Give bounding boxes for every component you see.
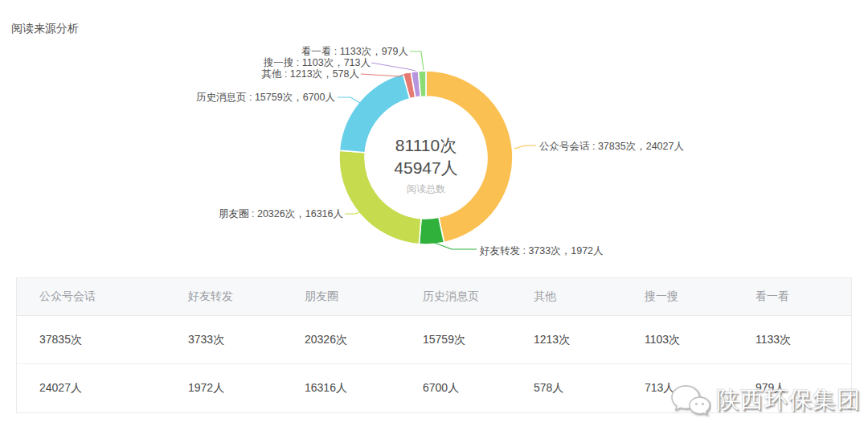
total-reads: 81110次 [346, 134, 506, 157]
pie-label-official-account-chat: 公众号会话 : 37835次，24027人 [539, 140, 684, 153]
table-row-reads: 37835次 3733次 20326次 15759次 1213次 1103次 1… [17, 316, 851, 364]
watermark: 陕西环保集团 [669, 379, 861, 421]
table-cell-readers-official-account-chat: 24027人 [17, 381, 166, 396]
watermark-text: 陕西环保集团 [716, 384, 861, 416]
pie-leader-history-page [338, 97, 360, 103]
wechat-bubbles-icon [669, 379, 711, 421]
table-header-search: 搜一搜 [622, 289, 733, 304]
table-header-history-page: 历史消息页 [400, 289, 511, 304]
table-cell-readers-moments: 16316人 [282, 381, 400, 396]
pie-leader-search [371, 63, 416, 71]
table-cell-readers-history-page: 6700人 [400, 381, 511, 396]
table-header-friend-forward: 好友转发 [166, 289, 282, 304]
table-header-other: 其他 [511, 289, 622, 304]
pie-label-friend-forward: 好友转发 : 3733次，1972人 [480, 244, 604, 257]
pie-label-history-page: 历史消息页 : 15759次，6700人 [196, 91, 335, 104]
table-cell-reads-official-account-chat: 37835次 [17, 333, 166, 347]
table-cell-reads-moments: 20326次 [282, 333, 400, 347]
table-header-moments: 朋友圈 [282, 289, 400, 304]
pie-label-search: 搜一搜 : 1103次，713人 [264, 56, 371, 69]
table-cell-reads-search: 1103次 [622, 333, 733, 347]
table-cell-readers-other: 578人 [511, 381, 622, 396]
donut-center-label: 81110次 45947人 阅读总数 [346, 134, 506, 197]
analytics-page: 阅读来源分析 公众号会话 : 37835次，24027人 好友转发 : 3733… [0, 0, 868, 443]
table-header-official-account-chat: 公众号会话 [17, 289, 166, 304]
table-cell-reads-other: 1213次 [511, 333, 622, 347]
pie-label-other: 其他 : 1213次，578人 [261, 68, 359, 80]
table-header-row: 公众号会话 好友转发 朋友圈 历史消息页 其他 搜一搜 看一看 [17, 278, 851, 316]
pie-leader-top-stories [410, 51, 424, 70]
pie-label-moments: 朋友圈 : 20326次，16316人 [219, 207, 343, 220]
table-cell-reads-friend-forward: 3733次 [166, 333, 282, 347]
table-header-top-stories: 看一看 [733, 289, 851, 304]
center-caption: 阅读总数 [346, 181, 506, 197]
table-cell-readers-friend-forward: 1972人 [166, 381, 282, 396]
pie-leader-official-account-chat [514, 146, 536, 149]
total-readers: 45947人 [346, 157, 506, 179]
pie-label-top-stories: 看一看 : 1133次，979人 [301, 45, 408, 58]
table-cell-reads-top-stories: 1133次 [733, 333, 851, 347]
table-cell-reads-history-page: 15759次 [400, 333, 511, 347]
